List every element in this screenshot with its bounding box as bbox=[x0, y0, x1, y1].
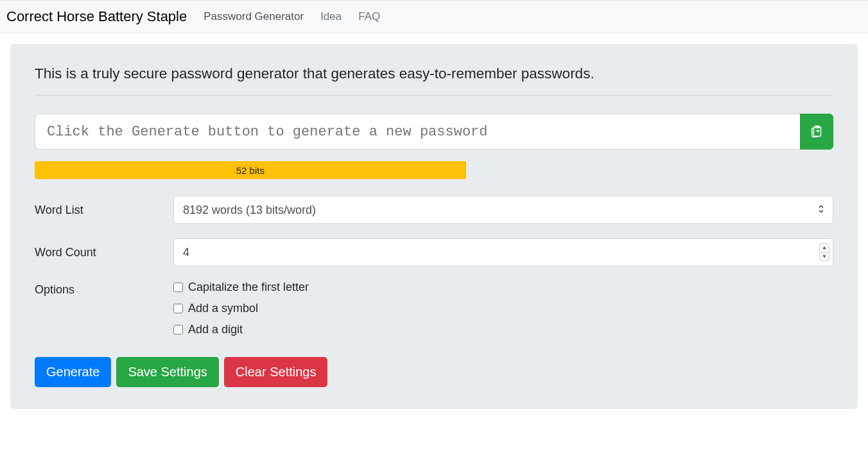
lead-text: This is a truly secure password generato… bbox=[35, 65, 833, 82]
main-panel: This is a truly secure password generato… bbox=[10, 44, 858, 409]
stepper-up-icon[interactable]: ▲ bbox=[820, 244, 829, 253]
word-list-row: Word List 8192 words (13 bits/word) bbox=[35, 196, 833, 224]
stepper-down-icon[interactable]: ▼ bbox=[820, 253, 829, 261]
nav-link-idea[interactable]: Idea bbox=[314, 5, 348, 28]
options-row: Options Capitalize the first letter Add … bbox=[35, 281, 833, 344]
nav-links: Password Generator Idea FAQ bbox=[197, 5, 386, 28]
option-capitalize-checkbox[interactable] bbox=[173, 282, 183, 292]
word-list-label: Word List bbox=[35, 204, 173, 217]
nav-link-faq[interactable]: FAQ bbox=[352, 5, 386, 28]
nav-link-password-generator[interactable]: Password Generator bbox=[197, 5, 310, 28]
option-capitalize[interactable]: Capitalize the first letter bbox=[173, 281, 833, 294]
generate-button[interactable]: Generate bbox=[35, 357, 111, 387]
option-symbol[interactable]: Add a symbol bbox=[173, 302, 833, 315]
password-input-group bbox=[35, 114, 833, 150]
option-symbol-label: Add a symbol bbox=[188, 302, 258, 315]
option-digit-label: Add a digit bbox=[188, 323, 243, 336]
password-output[interactable] bbox=[35, 114, 800, 150]
clipboard-icon bbox=[810, 123, 824, 141]
navbar: Correct Horse Battery Staple Password Ge… bbox=[0, 0, 868, 33]
entropy-progress-bar: 52 bits bbox=[35, 161, 466, 179]
options-label: Options bbox=[35, 281, 173, 297]
copy-button[interactable] bbox=[800, 114, 833, 150]
word-count-row: Word Count ▲ ▼ bbox=[35, 238, 833, 266]
option-capitalize-label: Capitalize the first letter bbox=[188, 281, 309, 294]
save-settings-button[interactable]: Save Settings bbox=[116, 357, 218, 387]
entropy-progress: 52 bits bbox=[35, 161, 833, 179]
word-count-input[interactable] bbox=[173, 238, 833, 266]
divider bbox=[35, 95, 833, 96]
word-count-label: Word Count bbox=[35, 246, 173, 259]
option-digit-checkbox[interactable] bbox=[173, 325, 183, 335]
word-list-select[interactable]: 8192 words (13 bits/word) bbox=[173, 196, 833, 224]
button-row: Generate Save Settings Clear Settings bbox=[35, 357, 833, 387]
svg-rect-0 bbox=[813, 126, 820, 136]
brand-title[interactable]: Correct Horse Battery Staple bbox=[6, 4, 187, 29]
option-symbol-checkbox[interactable] bbox=[173, 304, 183, 313]
option-digit[interactable]: Add a digit bbox=[173, 323, 833, 336]
clear-settings-button[interactable]: Clear Settings bbox=[224, 357, 328, 387]
word-count-stepper[interactable]: ▲ ▼ bbox=[819, 243, 829, 261]
